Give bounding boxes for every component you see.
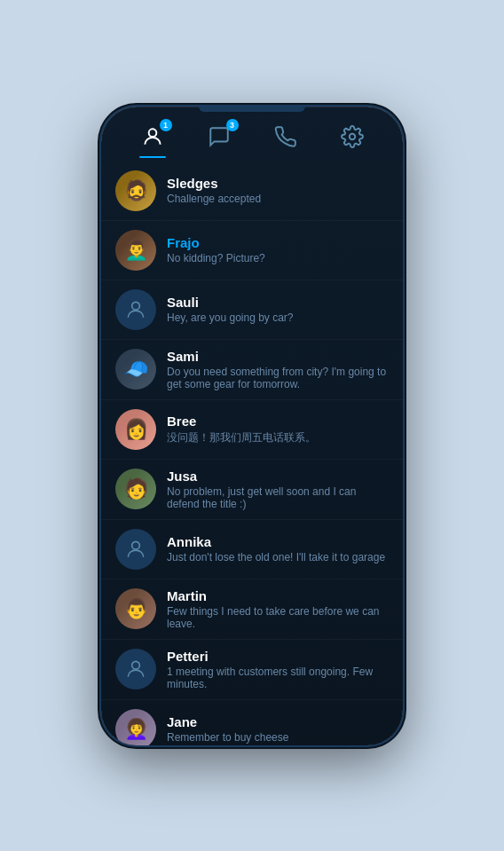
chat-info-bree: Bree 没问题！那我们周五电话联系。 <box>167 414 389 445</box>
chat-name-frajo: Frajo <box>167 235 389 250</box>
chat-item-jane[interactable]: 👩‍🦱 Jane Remember to buy cheese <box>101 700 403 745</box>
chat-item-sledges[interactable]: 🧔 Sledges Challenge accepted <box>101 162 403 221</box>
chat-item-sauli[interactable]: Sauli Hey, are you going by car? <box>101 280 403 340</box>
chats-badge: 3 <box>226 119 239 131</box>
nav-contacts[interactable]: 1 <box>131 121 174 153</box>
avatar-martin: 👨 <box>115 588 156 629</box>
avatar-frajo: 👨‍🦱 <box>115 230 156 271</box>
chat-preview-sledges: Challenge accepted <box>167 193 389 205</box>
contacts-badge: 1 <box>160 119 172 131</box>
chat-preview-petteri: 1 meeting with customers still ongoing. … <box>167 666 389 690</box>
chat-info-sledges: Sledges Challenge accepted <box>167 176 389 205</box>
avatar-bree: 👩 <box>115 409 156 450</box>
svg-point-4 <box>132 661 140 669</box>
chat-item-martin[interactable]: 👨 Martin Few things I need to take care … <box>101 579 403 640</box>
chat-item-jusa[interactable]: 🧑 Jusa No problem, just get well soon an… <box>101 460 403 520</box>
chat-name-petteri: Petteri <box>167 649 389 664</box>
chat-preview-martin: Few things I need to take care before we… <box>167 605 389 630</box>
chat-item-annika[interactable]: Annika Just don't lose the old one! I'll… <box>101 520 403 579</box>
chat-item-petteri[interactable]: Petteri 1 meeting with customers still o… <box>101 640 403 700</box>
chat-name-martin: Martin <box>167 588 389 603</box>
svg-point-0 <box>148 129 156 137</box>
chat-preview-jane: Remember to buy cheese <box>167 731 389 744</box>
chat-name-sauli: Sauli <box>167 295 389 310</box>
chat-info-jusa: Jusa No problem, just get well soon and … <box>167 469 389 510</box>
svg-point-1 <box>349 133 355 139</box>
chat-info-sami: Sami Do you need something from city? I'… <box>167 349 389 390</box>
chat-preview-frajo: No kidding? Picture? <box>167 252 389 264</box>
calls-icon <box>273 124 298 149</box>
nav-bar: 1 3 <box>101 106 403 162</box>
chat-info-annika: Annika Just don't lose the old one! I'll… <box>167 534 389 563</box>
chat-item-sami[interactable]: 🧢 Sami Do you need something from city? … <box>101 340 403 400</box>
avatar-jusa: 🧑 <box>115 469 156 509</box>
avatar-sledges: 🧔 <box>115 170 156 211</box>
chat-item-frajo[interactable]: 👨‍🦱 Frajo No kidding? Picture? <box>101 221 403 280</box>
chat-info-frajo: Frajo No kidding? Picture? <box>167 235 389 264</box>
settings-icon <box>340 124 365 149</box>
chat-preview-bree: 没问题！那我们周五电话联系。 <box>167 430 389 445</box>
chat-list: 🧔 Sledges Challenge accepted 👨‍🦱 Frajo N… <box>101 162 403 745</box>
chat-info-petteri: Petteri 1 meeting with customers still o… <box>167 649 389 690</box>
nav-chats[interactable]: 3 <box>198 121 240 153</box>
nav-settings[interactable] <box>331 121 374 153</box>
chat-info-martin: Martin Few things I need to take care be… <box>167 588 389 630</box>
chat-name-sami: Sami <box>167 349 389 364</box>
avatar-sami: 🧢 <box>115 349 156 390</box>
nav-calls[interactable] <box>264 121 307 153</box>
chat-info-sauli: Sauli Hey, are you going by car? <box>167 295 389 324</box>
chat-name-jusa: Jusa <box>167 469 389 484</box>
chat-preview-jusa: No problem, just get well soon and I can… <box>167 485 389 510</box>
chat-name-sledges: Sledges <box>167 176 389 191</box>
chat-info-jane: Jane Remember to buy cheese <box>167 714 389 744</box>
svg-point-2 <box>132 302 140 310</box>
chat-name-jane: Jane <box>167 714 389 729</box>
chat-preview-sami: Do you need something from city? I'm goi… <box>167 366 389 390</box>
svg-point-3 <box>132 541 140 549</box>
chat-preview-annika: Just don't lose the old one! I'll take i… <box>167 551 389 563</box>
phone-frame: 1 3 <box>101 106 403 745</box>
avatar-jane: 👩‍🦱 <box>115 709 156 745</box>
avatar-petteri <box>115 649 156 689</box>
chat-name-bree: Bree <box>167 414 389 429</box>
chat-preview-sauli: Hey, are you going by car? <box>167 311 389 324</box>
avatar-annika <box>115 529 156 570</box>
chat-name-annika: Annika <box>167 534 389 549</box>
avatar-sauli <box>115 289 156 330</box>
chat-item-bree[interactable]: 👩 Bree 没问题！那我们周五电话联系。 <box>101 400 403 460</box>
